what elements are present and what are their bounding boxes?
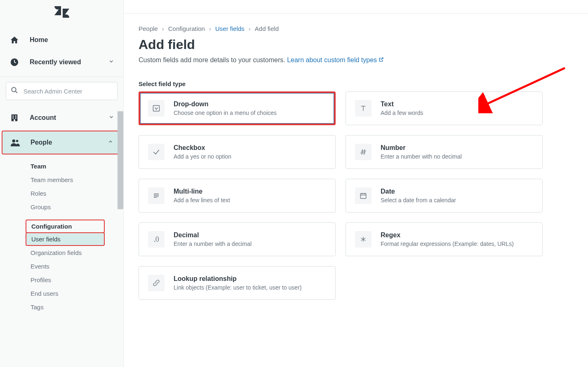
svg-rect-7 xyxy=(15,117,16,119)
svg-rect-6 xyxy=(12,117,14,119)
svg-point-10 xyxy=(16,140,19,143)
svg-rect-20 xyxy=(360,194,366,199)
field-card-checkbox[interactable]: Checkbox Add a yes or no option xyxy=(139,135,336,169)
svg-rect-4 xyxy=(12,116,14,117)
sidebar: Home Recently viewed Account xyxy=(0,0,124,367)
field-card-date[interactable]: Date Select a date from a calendar xyxy=(346,179,543,213)
zendesk-logo-icon xyxy=(54,6,69,19)
search-input[interactable] xyxy=(6,82,118,100)
field-card-decimal[interactable]: .0 Decimal Enter a number with a decimal xyxy=(139,222,336,256)
card-desc: Choose one option in a menu of choices xyxy=(174,110,326,116)
scrollbar-thumb[interactable] xyxy=(118,111,123,209)
sidebar-section-people[interactable]: People xyxy=(2,131,122,154)
divider xyxy=(0,77,123,77)
card-desc: Add a few lines of text xyxy=(174,197,326,203)
main-content: People › Configuration › User fields › A… xyxy=(124,0,588,367)
link-icon xyxy=(148,275,165,291)
breadcrumb-configuration[interactable]: Configuration xyxy=(168,25,205,32)
learn-more-link[interactable]: Learn about custom field types xyxy=(287,56,384,63)
breadcrumb: People › Configuration › User fields › A… xyxy=(139,25,573,32)
card-desc: Enter a number with no decimal xyxy=(381,153,533,160)
sub-heading-configuration: Configuration xyxy=(26,220,105,233)
field-card-multiline[interactable]: Multi-line Add a few lines of text xyxy=(139,179,336,213)
chevron-down-icon xyxy=(108,114,114,122)
svg-point-9 xyxy=(12,140,15,143)
breadcrumb-user-fields[interactable]: User fields xyxy=(215,25,245,32)
select-field-type-label: Select field type xyxy=(139,80,573,87)
hash-icon xyxy=(355,144,372,160)
clock-icon xyxy=(9,57,20,68)
calendar-icon xyxy=(355,187,372,204)
asterisk-icon xyxy=(355,231,372,248)
card-title: Date xyxy=(381,188,533,195)
sub-heading-team: Team xyxy=(31,159,123,173)
card-title: Regex xyxy=(381,231,533,239)
field-card-text[interactable]: Text Add a few words xyxy=(346,91,543,125)
nav-recently-viewed[interactable]: Recently viewed xyxy=(0,51,123,73)
page-desc-text: Custom fields add more details to your c… xyxy=(139,56,287,63)
chevron-right-icon: › xyxy=(209,25,211,32)
decimal-icon: .0 xyxy=(148,231,165,248)
home-icon xyxy=(9,35,20,45)
svg-rect-5 xyxy=(15,116,16,117)
sub-item-events[interactable]: Events xyxy=(31,259,123,273)
field-card-lookup[interactable]: Lookup relationship Link objects (Exampl… xyxy=(139,266,336,300)
nav-recently-viewed-label: Recently viewed xyxy=(30,58,108,66)
search-wrap xyxy=(0,82,123,100)
nav-home-label: Home xyxy=(30,36,114,44)
field-card-number[interactable]: Number Enter a number with no decimal xyxy=(346,135,543,169)
svg-line-14 xyxy=(362,149,362,155)
field-card-dropdown[interactable]: Drop-down Choose one option in a menu of… xyxy=(139,91,336,125)
card-desc: Link objects (Example: user to ticket, u… xyxy=(174,284,326,291)
card-title: Text xyxy=(381,101,533,108)
svg-line-15 xyxy=(364,149,365,155)
people-icon xyxy=(10,137,21,148)
svg-rect-11 xyxy=(153,105,160,111)
card-desc: Add a yes or no option xyxy=(174,153,326,160)
sub-item-profiles[interactable]: Profiles xyxy=(31,273,123,287)
dropdown-icon xyxy=(148,100,165,117)
card-title: Drop-down xyxy=(174,101,326,108)
card-title: Lookup relationship xyxy=(174,275,326,283)
search-icon xyxy=(11,86,18,96)
logo-area xyxy=(0,0,123,26)
card-title: Number xyxy=(381,144,533,152)
card-title: Decimal xyxy=(174,231,326,239)
svg-point-1 xyxy=(12,87,16,92)
breadcrumb-people[interactable]: People xyxy=(139,25,158,32)
field-card-regex[interactable]: Regex Format regular expressions (Exampl… xyxy=(346,222,543,256)
card-desc: Add a few words xyxy=(381,110,533,116)
sub-item-end-users[interactable]: End users xyxy=(31,287,123,300)
card-desc: Format regular expressions (Example: dat… xyxy=(381,241,533,247)
text-icon xyxy=(355,100,372,117)
sidebar-account-label: Account xyxy=(30,114,108,122)
sidebar-people-label: People xyxy=(31,139,108,146)
chevron-right-icon: › xyxy=(249,25,251,32)
chevron-down-icon xyxy=(108,58,114,66)
card-desc: Select a date from a calendar xyxy=(381,197,533,203)
sub-item-team-members[interactable]: Team members xyxy=(31,173,123,187)
page-description: Custom fields add more details to your c… xyxy=(139,56,573,64)
sub-item-groups[interactable]: Groups xyxy=(31,200,123,214)
breadcrumb-add-field: Add field xyxy=(255,25,279,32)
svg-line-2 xyxy=(15,91,17,93)
card-title: Multi-line xyxy=(174,188,326,195)
nav-main: Home Recently viewed xyxy=(0,26,123,73)
sub-item-organization-fields[interactable]: Organization fields xyxy=(31,246,123,259)
page-title: Add field xyxy=(139,37,573,52)
chevron-up-icon xyxy=(108,139,113,146)
building-icon xyxy=(9,112,20,123)
sub-item-roles[interactable]: Roles xyxy=(31,187,123,200)
sub-item-tags[interactable]: Tags xyxy=(31,300,123,314)
people-sublist: Team Team members Roles Groups Configura… xyxy=(0,155,123,314)
external-link-icon xyxy=(379,56,384,63)
svg-rect-8 xyxy=(14,119,15,122)
chevron-right-icon: › xyxy=(162,25,164,32)
sub-item-user-fields[interactable]: User fields xyxy=(26,232,105,246)
card-desc: Enter a number with a decimal xyxy=(174,241,326,247)
nav-home[interactable]: Home xyxy=(0,29,123,51)
check-icon xyxy=(148,144,165,160)
lines-icon xyxy=(148,187,165,204)
sidebar-section-account[interactable]: Account xyxy=(0,106,123,130)
card-title: Checkbox xyxy=(174,144,326,152)
